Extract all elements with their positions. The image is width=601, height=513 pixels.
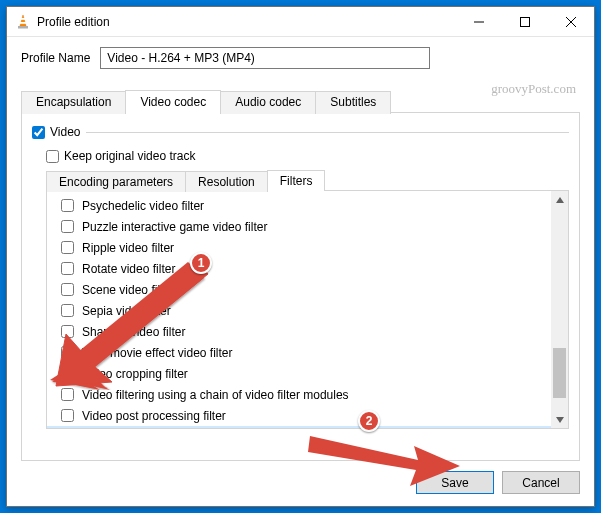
filter-item[interactable]: Scene video filter: [47, 279, 551, 300]
filter-item[interactable]: Video post processing filter: [47, 405, 551, 426]
filter-checkbox[interactable]: [61, 199, 74, 212]
filter-label: Puzzle interactive game video filter: [82, 219, 267, 235]
video-codec-panel: Video Keep original video track Encoding…: [21, 113, 580, 461]
filter-label: Video filtering using a chain of video f…: [82, 387, 349, 403]
filter-label: Video cropping filter: [82, 366, 188, 382]
svg-rect-4: [521, 17, 530, 26]
tab-encapsulation[interactable]: Encapsulation: [21, 91, 126, 114]
filter-checkbox[interactable]: [61, 262, 74, 275]
filter-label: Sepia video filter: [82, 303, 171, 319]
svg-rect-1: [20, 22, 26, 24]
filter-label: Rotate video filter: [82, 261, 175, 277]
filter-checkbox[interactable]: [61, 346, 74, 359]
window-title: Profile edition: [37, 15, 110, 29]
filter-item[interactable]: VHS movie effect video filter: [47, 342, 551, 363]
video-checkbox[interactable]: [32, 126, 45, 139]
keep-original-row[interactable]: Keep original video track: [46, 149, 569, 163]
profile-name-input[interactable]: [100, 47, 430, 69]
scroll-thumb[interactable]: [553, 348, 566, 398]
tab-resolution[interactable]: Resolution: [185, 171, 268, 192]
minimize-button[interactable]: [456, 7, 502, 37]
maximize-button[interactable]: [502, 7, 548, 37]
profile-edition-window: Profile edition Profile Name groovyPost.…: [6, 6, 595, 507]
filter-checkbox[interactable]: [61, 325, 74, 338]
scrollbar[interactable]: [551, 191, 568, 428]
filters-list[interactable]: Psychedelic video filterPuzzle interacti…: [47, 191, 551, 428]
filter-checkbox[interactable]: [61, 409, 74, 422]
filter-label: Video post processing filter: [82, 408, 226, 424]
callout-1: 1: [190, 252, 212, 274]
save-button[interactable]: Save: [416, 471, 494, 494]
filter-item[interactable]: Video cropping filter: [47, 363, 551, 384]
svg-rect-0: [21, 18, 26, 20]
tab-audio-codec[interactable]: Audio codec: [220, 91, 316, 114]
filter-label: VHS movie effect video filter: [82, 345, 233, 361]
filter-checkbox[interactable]: [61, 388, 74, 401]
keep-original-label: Keep original video track: [64, 149, 195, 163]
fieldset-line: [86, 132, 569, 133]
filter-checkbox[interactable]: [61, 367, 74, 380]
filter-label: Sharpen video filter: [82, 324, 185, 340]
titlebar: Profile edition: [7, 7, 594, 37]
filter-label: Psychedelic video filter: [82, 198, 204, 214]
filter-checkbox[interactable]: [61, 283, 74, 296]
svg-rect-2: [18, 26, 28, 29]
filter-checkbox[interactable]: [61, 304, 74, 317]
tab-subtitles[interactable]: Subtitles: [315, 91, 391, 114]
tab-video-codec[interactable]: Video codec: [125, 90, 221, 113]
filter-item[interactable]: Puzzle interactive game video filter: [47, 216, 551, 237]
filter-item[interactable]: Video transformation filter: [47, 426, 551, 428]
profile-name-label: Profile Name: [21, 51, 90, 65]
filter-item[interactable]: Ripple video filter: [47, 237, 551, 258]
filters-panel: Psychedelic video filterPuzzle interacti…: [46, 191, 569, 429]
filter-label: Scene video filter: [82, 282, 174, 298]
watermark: groovyPost.com: [491, 81, 576, 97]
close-button[interactable]: [548, 7, 594, 37]
inner-tabs: Encoding parameters Resolution Filters: [46, 169, 569, 191]
cancel-button[interactable]: Cancel: [502, 471, 580, 494]
filter-checkbox[interactable]: [61, 220, 74, 233]
filter-item[interactable]: Sharpen video filter: [47, 321, 551, 342]
vlc-icon: [15, 14, 31, 30]
video-checkbox-row[interactable]: Video: [32, 125, 80, 139]
filter-checkbox[interactable]: [61, 241, 74, 254]
scroll-down-button[interactable]: [551, 411, 568, 428]
tab-encoding-parameters[interactable]: Encoding parameters: [46, 171, 186, 192]
keep-original-checkbox[interactable]: [46, 150, 59, 163]
dialog-buttons: Save Cancel: [21, 471, 580, 494]
scroll-up-button[interactable]: [551, 191, 568, 208]
scroll-track[interactable]: [551, 208, 568, 411]
filter-item[interactable]: Sepia video filter: [47, 300, 551, 321]
filter-label: Ripple video filter: [82, 240, 174, 256]
filter-item[interactable]: Video filtering using a chain of video f…: [47, 384, 551, 405]
tab-filters[interactable]: Filters: [267, 170, 326, 191]
filter-item[interactable]: Rotate video filter: [47, 258, 551, 279]
filter-item[interactable]: Psychedelic video filter: [47, 195, 551, 216]
callout-2: 2: [358, 410, 380, 432]
video-checkbox-label: Video: [50, 125, 80, 139]
